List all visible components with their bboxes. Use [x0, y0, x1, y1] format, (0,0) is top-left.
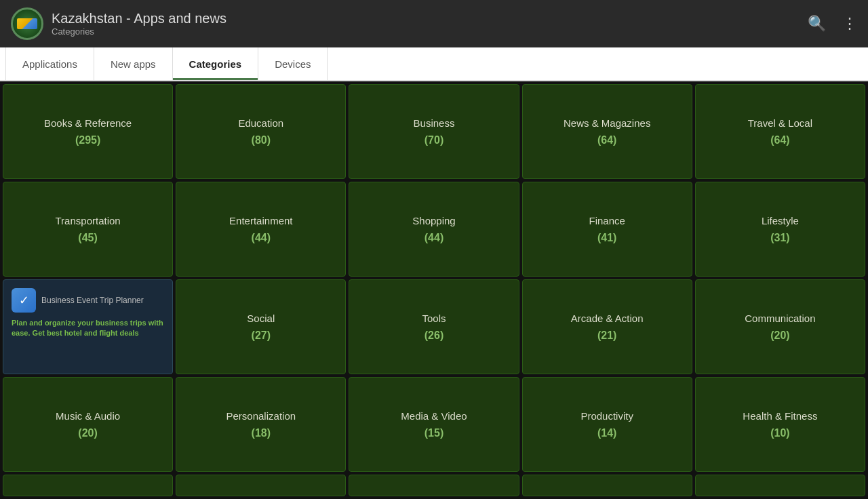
category-tile[interactable]: Music & Audio (20) — [3, 377, 173, 472]
category-tile[interactable]: Communication (20) — [695, 279, 865, 374]
category-count: (45) — [78, 232, 97, 244]
category-tile[interactable]: Transportation (45) — [3, 182, 173, 277]
ad-header: ✓ Business Event Trip Planner — [12, 288, 164, 313]
category-tile[interactable]: Travel & Local (64) — [695, 84, 865, 179]
category-name: Social — [247, 312, 275, 325]
tab-applications[interactable]: Applications — [5, 47, 94, 80]
category-name: Education — [238, 117, 283, 130]
category-count: (26) — [425, 330, 443, 342]
menu-icon[interactable]: ⋮ — [842, 15, 857, 33]
category-name: Shopping — [412, 214, 455, 228]
app-logo — [11, 7, 43, 40]
category-tile[interactable]: Lifestyle (31) — [695, 182, 865, 277]
category-name: Travel & Local — [748, 117, 812, 130]
ad-app-icon: ✓ — [12, 288, 36, 313]
category-count: (10) — [770, 427, 789, 439]
category-tile-empty — [3, 475, 173, 496]
tab-new-apps[interactable]: New apps — [94, 47, 173, 80]
category-name: Music & Audio — [56, 410, 120, 423]
category-name: Lifestyle — [762, 214, 799, 228]
category-count: (27) — [252, 330, 271, 342]
category-count: (20) — [78, 427, 97, 439]
category-count: (15) — [425, 427, 443, 439]
category-count: (20) — [770, 330, 789, 342]
category-count: (70) — [425, 134, 443, 146]
header-actions: 🔍 ⋮ — [808, 15, 857, 33]
category-tile-empty — [176, 475, 346, 496]
header-left: Kazakhstan - Apps and news Categories — [11, 7, 226, 40]
category-count: (31) — [770, 232, 789, 244]
category-tile-empty — [522, 475, 692, 496]
category-name: Entertainment — [229, 214, 292, 228]
category-tile[interactable]: Shopping (44) — [349, 182, 519, 277]
category-tile[interactable]: Business (70) — [349, 84, 519, 179]
category-tile[interactable]: Tools (26) — [349, 279, 519, 374]
category-name: Books & Reference — [44, 117, 132, 130]
category-name: Arcade & Action — [571, 312, 644, 325]
category-tile[interactable]: Education (80) — [176, 84, 346, 179]
category-tile[interactable]: Finance (41) — [522, 182, 692, 277]
category-tile[interactable]: Social (27) — [176, 279, 346, 374]
category-count: (18) — [252, 427, 271, 439]
category-name: Tools — [422, 312, 446, 325]
category-tile[interactable]: Health & Fitness (10) — [695, 377, 865, 472]
header-title: Kazakhstan - Apps and news — [52, 11, 226, 26]
ad-description: Plan and organize your business trips wi… — [12, 318, 164, 339]
category-name: Media & Video — [401, 410, 467, 423]
category-tile-empty — [349, 475, 519, 496]
search-icon[interactable]: 🔍 — [808, 15, 826, 33]
tab-devices[interactable]: Devices — [258, 47, 328, 80]
category-tile[interactable]: Personalization (18) — [176, 377, 346, 472]
category-name: Transportation — [56, 214, 121, 228]
category-tile-empty — [695, 475, 865, 496]
category-name: Business — [414, 117, 455, 130]
category-tile[interactable]: Entertainment (44) — [176, 182, 346, 277]
category-count: (80) — [252, 134, 271, 146]
category-tile[interactable]: Arcade & Action (21) — [522, 279, 692, 374]
category-count: (44) — [425, 232, 443, 244]
app-header: Kazakhstan - Apps and news Categories 🔍 … — [0, 0, 868, 47]
tab-categories[interactable]: Categories — [173, 47, 259, 80]
category-name: Productivity — [580, 410, 633, 423]
header-subtitle: Categories — [52, 26, 226, 37]
category-count: (64) — [597, 134, 616, 146]
category-count: (41) — [597, 232, 616, 244]
category-tile[interactable]: Media & Video (15) — [349, 377, 519, 472]
header-title-block: Kazakhstan - Apps and news Categories — [52, 11, 226, 37]
category-name: Health & Fitness — [743, 410, 817, 423]
category-count: (64) — [770, 134, 789, 146]
category-name: Communication — [745, 312, 815, 325]
category-name: News & Magazines — [564, 117, 650, 130]
ad-app-name: Business Event Trip Planner — [41, 296, 144, 305]
category-count: (21) — [597, 330, 616, 342]
navigation-tabs: ApplicationsNew appsCategoriesDevices — [0, 47, 868, 81]
ad-tile[interactable]: ✓ Business Event Trip Planner Plan and o… — [3, 279, 173, 374]
category-name: Finance — [589, 214, 625, 228]
category-count: (295) — [75, 134, 100, 146]
categories-grid: Books & Reference (295) Education (80) B… — [0, 81, 868, 499]
category-tile[interactable]: News & Magazines (64) — [522, 84, 692, 179]
category-count: (44) — [252, 232, 271, 244]
category-tile[interactable]: Productivity (14) — [522, 377, 692, 472]
category-count: (14) — [597, 427, 616, 439]
category-name: Personalization — [226, 410, 296, 423]
category-tile[interactable]: Books & Reference (295) — [3, 84, 173, 179]
